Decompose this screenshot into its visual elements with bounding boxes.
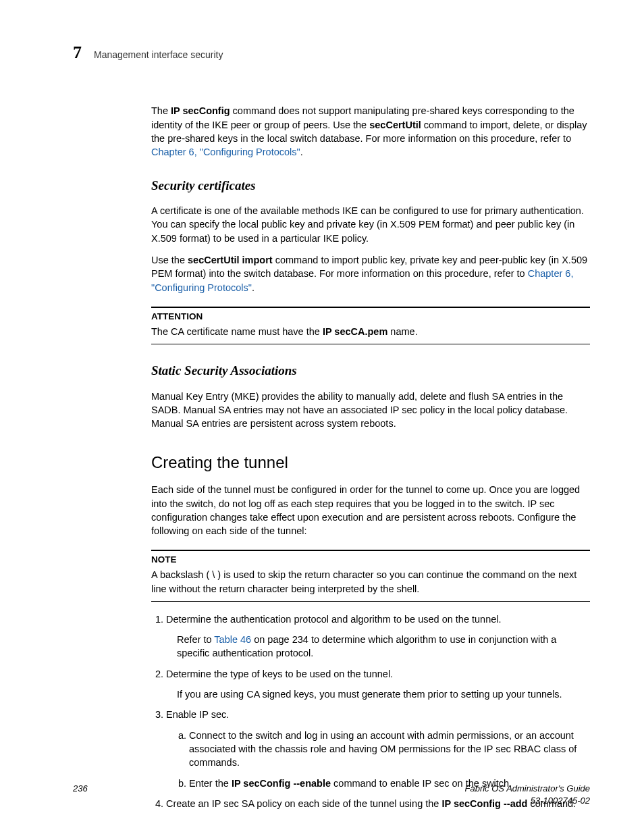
attention-body: The CA certificate name must have the IP… [151, 325, 590, 338]
note-title: NOTE [151, 554, 590, 567]
page-number: 236 [73, 783, 88, 807]
steps-list: Determine the authentication protocol an… [151, 613, 590, 810]
attention-callout: ATTENTION The CA certificate name must h… [151, 307, 590, 344]
step-2-detail: If you are using CA signed keys, you mus… [177, 687, 590, 701]
note-callout: NOTE A backslash ( \ ) is used to skip t… [151, 550, 590, 601]
intro-paragraph: The IP secConfig command does not suppor… [151, 104, 590, 159]
header-title: Management interface security [94, 49, 223, 62]
footer-doc-info: Fabric OS Administrator's Guide 53-10027… [464, 783, 590, 807]
heading-security-certificates: Security certificates [151, 177, 590, 195]
chapter-number: 7 [73, 41, 82, 65]
sec-cert-p1: A certificate is one of the available me… [151, 204, 590, 245]
link-chapter6[interactable]: Chapter 6, "Configuring Protocols" [151, 147, 300, 157]
attention-title: ATTENTION [151, 311, 590, 323]
cmd-ipsecconfig: IP secConfig [171, 105, 230, 116]
tunnel-p1: Each side of the tunnel must be configur… [151, 483, 590, 538]
step-3a: Connect to the switch and log in using a… [189, 729, 590, 770]
body-content: The IP secConfig command does not suppor… [151, 104, 590, 810]
step-1: Determine the authentication protocol an… [166, 613, 590, 660]
filename-ipsecca: IP secCA.pem [323, 326, 387, 337]
page-header: 7 Management interface security [73, 41, 590, 65]
step-3: Enable IP sec. Connect to the switch and… [166, 708, 590, 789]
step-2: Determine the type of keys to be used on… [166, 667, 590, 702]
static-sa-p1: Manual Key Entry (MKE) provides the abil… [151, 390, 590, 431]
link-table46[interactable]: Table 46 [214, 634, 251, 645]
note-body: A backslash ( \ ) is used to skip the re… [151, 568, 590, 596]
cmd-seccertutil-import: secCertUtil import [188, 255, 273, 265]
sec-cert-p2: Use the secCertUtil import command to im… [151, 253, 590, 294]
heading-static-sa: Static Security Associations [151, 362, 590, 380]
page-footer: 236 Fabric OS Administrator's Guide 53-1… [73, 783, 590, 807]
cmd-seccertutil: secCertUtil [369, 120, 421, 130]
heading-creating-tunnel: Creating the tunnel [151, 451, 590, 474]
step-3-substeps: Connect to the switch and log in using a… [166, 729, 590, 790]
step-1-detail: Refer to Table 46 on page 234 to determi… [177, 633, 590, 660]
